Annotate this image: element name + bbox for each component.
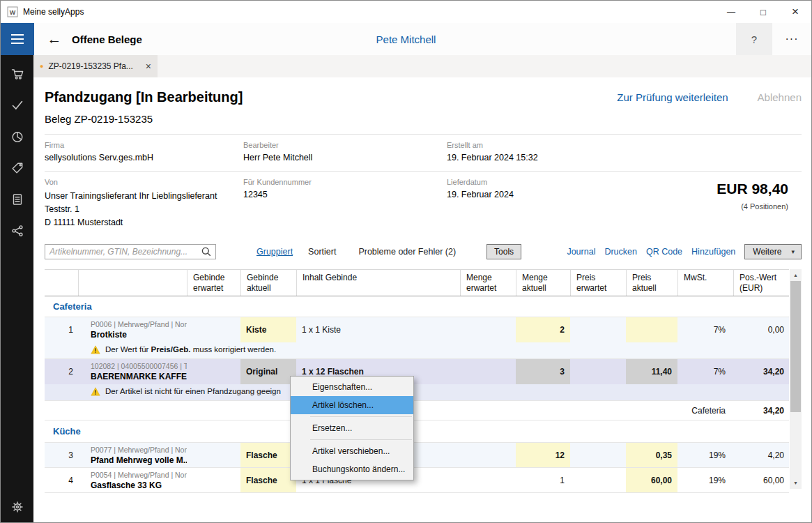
- preis-aktuell-cell[interactable]: 0,35: [626, 443, 677, 467]
- scrollbar-thumb[interactable]: [790, 281, 801, 412]
- menge-aktuell-cell[interactable]: 3: [516, 359, 570, 384]
- maximize-button[interactable]: □: [747, 1, 779, 23]
- weitere-button[interactable]: Weitere ▾: [744, 244, 802, 259]
- table-header: Gebinde erwartet Gebinde aktuell Inhalt …: [45, 269, 789, 296]
- menge-aktuell-cell[interactable]: 2: [516, 317, 570, 342]
- qr-code-link[interactable]: QR Code: [646, 247, 682, 257]
- gebinde-aktuell-cell[interactable]: Original: [240, 359, 296, 384]
- group-subtotal-row: Cafeteria 34,20: [45, 401, 789, 420]
- drucken-link[interactable]: Drucken: [604, 247, 637, 257]
- warning-text: Der Wert für Preis/Geb. muss korrigiert …: [105, 345, 276, 354]
- forward-for-review-link[interactable]: Zur Prüfung weiterleiten: [617, 91, 728, 103]
- scroll-down-icon[interactable]: ▼: [790, 478, 802, 488]
- menu-item-eigenschaften[interactable]: Eigenschaften...: [291, 378, 413, 396]
- settings-button[interactable]: [1, 500, 34, 514]
- col-gebinde-erwartet: Gebinde erwartet: [187, 270, 240, 296]
- mwst-cell: 19%: [677, 468, 733, 492]
- hamburger-menu-button[interactable]: [1, 23, 34, 55]
- scroll-up-icon[interactable]: ▲: [790, 270, 802, 280]
- pos-wert-cell: 4,20: [733, 443, 789, 467]
- article-name: Pfand Mehrweg volle M...: [91, 455, 187, 465]
- tab-close-icon[interactable]: ×: [146, 61, 151, 72]
- article-name: BAERENMARKE KAFFEE...: [91, 372, 187, 381]
- mwst-cell: 7%: [677, 317, 733, 342]
- more-options-button[interactable]: ···: [772, 23, 811, 55]
- article-meta: P0054 | Mehrweg/Pfand | Non ...: [91, 471, 187, 479]
- cart-icon[interactable]: [10, 67, 24, 81]
- reject-link[interactable]: Ablehnen: [758, 91, 802, 103]
- tab-label: ZP-0219-153235 Pfa...: [48, 61, 141, 71]
- gebinde-aktuell-cell[interactable]: Flasche: [240, 443, 296, 467]
- article-meta: 102082 | 04005500007456 | Tee |...: [91, 362, 187, 370]
- col-pos-wert: Pos.-Wert (EUR): [733, 270, 789, 296]
- menu-item-artikel-loeschen[interactable]: Artikel löschen...: [291, 396, 413, 414]
- row-number: 3: [45, 443, 78, 467]
- header-actions: ? ···: [736, 23, 811, 55]
- hamburger-icon: [11, 38, 24, 40]
- page-title: Offene Belege: [72, 33, 142, 45]
- menu-separator: [310, 416, 412, 417]
- minimize-button[interactable]: —: [715, 1, 747, 23]
- gebinde-aktuell-cell[interactable]: Kiste: [240, 317, 296, 342]
- subtotal-value: 34,20: [733, 401, 789, 420]
- preis-aktuell-cell[interactable]: [626, 317, 677, 342]
- close-button[interactable]: ×: [779, 1, 811, 23]
- price-tag-icon[interactable]: [10, 161, 24, 175]
- user-name-link[interactable]: Pete Mitchell: [376, 23, 436, 55]
- menge-aktuell-cell[interactable]: 12: [516, 443, 570, 467]
- journal-link[interactable]: Journal: [567, 247, 595, 257]
- preis-aktuell-cell[interactable]: 60,00: [626, 468, 677, 492]
- svg-text:W: W: [10, 9, 16, 16]
- tools-button[interactable]: Tools: [487, 244, 521, 259]
- menu-item-artikel-verschieben[interactable]: Artikel verschieben...: [291, 442, 413, 460]
- probleme-link[interactable]: Probleme oder Fehler (2): [358, 247, 456, 257]
- help-button[interactable]: ?: [736, 23, 772, 55]
- search-input[interactable]: [45, 247, 201, 257]
- item-toolbar: Gruppiert Sortiert Probleme oder Fehler …: [45, 243, 802, 260]
- menu-item-buchungskonto-aendern[interactable]: Buchungskonto ändern...: [291, 460, 413, 478]
- warning-text: Der Artikel ist nicht für einen Pfandzug…: [105, 387, 281, 395]
- table-row[interactable]: 3 P0077 | Mehrweg/Pfand | Non ... Pfand …: [45, 443, 789, 468]
- col-preis-aktuell: Preis aktuell: [626, 270, 677, 296]
- vertical-scrollbar[interactable]: ▲ ▼: [790, 269, 802, 489]
- article-name: Gasflasche 33 KG: [91, 480, 162, 490]
- search-icon[interactable]: [201, 247, 211, 257]
- app-icon: W: [7, 6, 18, 17]
- warning-row: Der Wert für Preis/Geb. muss korrigiert …: [45, 342, 789, 359]
- document-title: Pfandzugang [In Bearbeitung]: [45, 89, 243, 105]
- subtotal-label: Cafeteria: [677, 401, 733, 420]
- von-line-2: Teststr. 1: [45, 203, 243, 216]
- document-number: Beleg ZP-0219-153235: [45, 113, 802, 125]
- hinzufuegen-link[interactable]: Hinzufügen: [691, 247, 735, 257]
- firma-label: Firma: [45, 141, 243, 149]
- col-gebinde-aktuell: Gebinde aktuell: [240, 270, 296, 296]
- table-row[interactable]: 4 P0054 | Mehrweg/Pfand | Non ... Gasfla…: [45, 468, 789, 493]
- back-icon[interactable]: ←: [44, 31, 65, 47]
- kundennummer-label: Für Kundennummer: [243, 178, 447, 186]
- pie-chart-icon[interactable]: [10, 130, 24, 144]
- row-number: 2: [45, 359, 78, 384]
- sortiert-link[interactable]: Sortiert: [308, 247, 336, 257]
- ledger-icon[interactable]: [10, 192, 24, 206]
- tab-status-dot: ●: [40, 63, 43, 70]
- gruppiert-link[interactable]: Gruppiert: [256, 247, 293, 257]
- sidebar: [1, 55, 33, 522]
- document-tab[interactable]: ● ZP-0219-153235 Pfa... ×: [33, 55, 158, 77]
- menu-item-ersetzen[interactable]: Ersetzen...: [291, 419, 413, 437]
- col-inhalt-gebinde: Inhalt Gebinde: [296, 270, 460, 296]
- erstellt-am-label: Erstellt am: [447, 141, 802, 149]
- von-line-3: D 11111 Musterstadt: [45, 216, 243, 229]
- app-header: ← Offene Belege Pete Mitchell ? ···: [1, 23, 811, 55]
- group-header-cafeteria: Cafeteria: [45, 296, 789, 317]
- table-row-selected[interactable]: 2 102082 | 04005500007456 | Tee |... BAE…: [45, 359, 789, 384]
- article-search[interactable]: [45, 244, 216, 259]
- gebinde-aktuell-cell[interactable]: Flasche: [240, 468, 296, 492]
- bearbeiter-value: Herr Pete Mitchell: [243, 153, 447, 162]
- table-row[interactable]: 1 P0006 | Mehrweg/Pfand | Non ... Brotki…: [45, 317, 789, 342]
- checkmark-icon[interactable]: [10, 98, 24, 112]
- share-network-icon[interactable]: [10, 224, 24, 238]
- row-number: 1: [45, 317, 78, 342]
- article-meta: P0006 | Mehrweg/Pfand | Non ...: [91, 320, 187, 328]
- preis-aktuell-cell[interactable]: 11,40: [626, 359, 677, 384]
- menge-aktuell-cell[interactable]: 1: [516, 468, 570, 492]
